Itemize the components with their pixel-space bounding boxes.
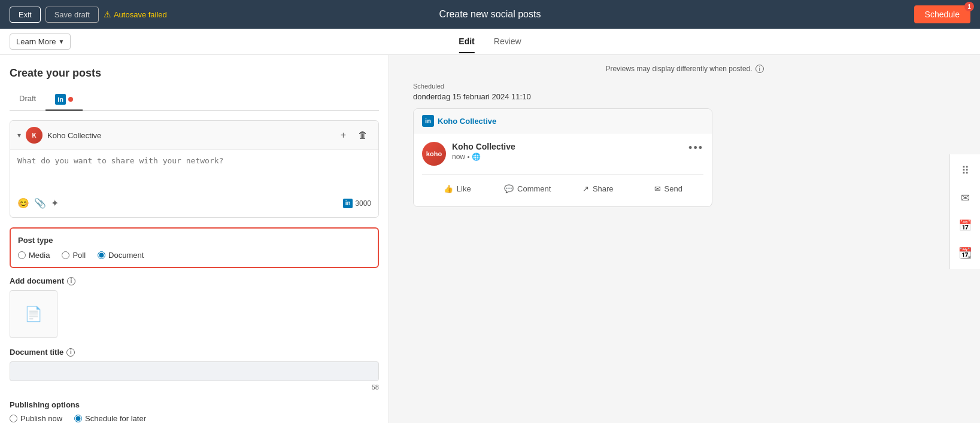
char-count-value: 3000 bbox=[355, 199, 371, 208]
emoji-icon[interactable]: 😊 bbox=[17, 197, 29, 209]
globe-icon: 🌐 bbox=[472, 153, 481, 161]
tab-edit[interactable]: Edit bbox=[459, 31, 474, 53]
preview-linkedin-icon: in bbox=[422, 115, 434, 127]
add-document-info-icon[interactable]: i bbox=[67, 277, 75, 285]
account-name: Koho Collective bbox=[47, 131, 101, 140]
sidebar-table-icon[interactable]: 📆 bbox=[956, 244, 974, 262]
preview-actions: 👍 Like 💬 Comment ↗ Share ✉ Send bbox=[422, 174, 703, 198]
nav-right: Schedule 1 bbox=[914, 5, 970, 23]
post-type-document[interactable]: Document bbox=[98, 251, 144, 260]
post-textarea[interactable] bbox=[17, 156, 371, 192]
add-document-label: Add document i bbox=[10, 276, 379, 285]
comment-button[interactable]: 💬 Comment bbox=[493, 179, 563, 198]
delete-account-button[interactable]: 🗑 bbox=[354, 129, 371, 142]
account-header-left: ▾ K Koho Collective bbox=[17, 127, 101, 144]
secondary-nav: Learn More ▼ Edit Review bbox=[0, 29, 980, 55]
preview-dot bbox=[468, 156, 469, 158]
preview-avatar: koho bbox=[422, 142, 446, 166]
account-avatar: K bbox=[26, 127, 43, 144]
share-icon: ↗ bbox=[582, 184, 589, 193]
right-sidebar: ⠿ ✉ 📅 📆 bbox=[949, 154, 980, 269]
comment-icon: 💬 bbox=[504, 184, 514, 193]
doc-title-char-count: 58 bbox=[10, 384, 379, 391]
autosave-text: Autosave failed bbox=[114, 10, 167, 19]
linkedin-red-dot bbox=[68, 97, 73, 102]
like-button[interactable]: 👍 Like bbox=[422, 179, 493, 198]
tab-linkedin[interactable]: in bbox=[45, 89, 83, 111]
left-panel: Create your posts Draft in ▾ K Koho Coll… bbox=[0, 55, 389, 423]
attachment-icon[interactable]: 📎 bbox=[34, 197, 46, 209]
preview-profile-row: koho Koho Collective now 🌐 ••• bbox=[422, 142, 703, 166]
post-type-options: Media Poll Document bbox=[18, 251, 371, 260]
schedule-button[interactable]: Schedule 1 bbox=[914, 5, 970, 23]
scheduled-label: Scheduled bbox=[413, 83, 956, 90]
tab-group: Edit Review bbox=[459, 31, 521, 53]
save-draft-button[interactable]: Save draft bbox=[45, 7, 99, 23]
toolbar-icons: 😊 📎 ✦ bbox=[17, 197, 59, 209]
preview-meta: now 🌐 bbox=[452, 153, 515, 161]
autosave-status: ⚠ Autosave failed bbox=[104, 10, 167, 19]
send-icon: ✉ bbox=[654, 184, 661, 193]
preview-card-body: koho Koho Collective now 🌐 ••• bbox=[414, 133, 712, 206]
share-button[interactable]: ↗ Share bbox=[563, 179, 633, 198]
publishing-options: Publish now Schedule for later bbox=[10, 414, 379, 423]
tab-review[interactable]: Review bbox=[494, 31, 521, 53]
publish-now-option[interactable]: Publish now bbox=[10, 414, 62, 423]
nav-left: Exit Save draft ⚠ Autosave failed bbox=[10, 7, 167, 23]
textarea-toolbar: 😊 📎 ✦ in 3000 bbox=[17, 194, 371, 211]
text-area-wrapper: 😊 📎 ✦ in 3000 bbox=[10, 150, 378, 217]
chevron-icon[interactable]: ▾ bbox=[17, 131, 21, 139]
more-options-icon[interactable]: ••• bbox=[688, 142, 703, 154]
document-upload-area[interactable]: 📄 bbox=[10, 290, 57, 338]
tab-draft[interactable]: Draft bbox=[10, 89, 45, 111]
create-posts-title: Create your posts bbox=[10, 67, 379, 80]
add-account-button[interactable]: + bbox=[337, 129, 350, 142]
chevron-down-icon: ▼ bbox=[58, 38, 64, 45]
doc-title-label: Document title i bbox=[10, 348, 379, 357]
top-navbar: Exit Save draft ⚠ Autosave failed Create… bbox=[0, 0, 980, 29]
sidebar-email-icon[interactable]: ✉ bbox=[956, 189, 974, 207]
learn-more-button[interactable]: Learn More ▼ bbox=[10, 34, 71, 50]
preview-profile-name: Koho Collective bbox=[452, 142, 515, 151]
char-count-li-icon: in bbox=[343, 199, 353, 208]
preview-card: in Koho Collective koho Koho Collective … bbox=[413, 108, 712, 207]
notification-badge: 1 bbox=[964, 2, 974, 11]
sidebar-grid-icon[interactable]: ⠿ bbox=[956, 162, 974, 179]
post-type-section: Post type Media Poll Document bbox=[10, 227, 379, 268]
scheduled-date: donderdag 15 februari 2024 11:10 bbox=[413, 92, 956, 101]
right-panel: Previews may display differently when po… bbox=[389, 55, 980, 423]
doc-title-info-icon[interactable]: i bbox=[66, 348, 75, 357]
publishing-section: Publishing options Publish now Schedule … bbox=[10, 400, 379, 423]
preview-card-header: in Koho Collective bbox=[414, 109, 712, 133]
main-layout: Create your posts Draft in ▾ K Koho Coll… bbox=[0, 55, 980, 423]
ai-icon[interactable]: ✦ bbox=[51, 197, 59, 209]
char-count: in 3000 bbox=[343, 199, 371, 208]
exit-button[interactable]: Exit bbox=[10, 7, 41, 23]
publishing-label: Publishing options bbox=[10, 400, 379, 409]
linkedin-icon: in bbox=[55, 94, 66, 105]
account-actions: + 🗑 bbox=[337, 129, 371, 142]
schedule-later-option[interactable]: Schedule for later bbox=[74, 414, 146, 423]
warning-icon: ⚠ bbox=[104, 10, 111, 19]
post-type-media[interactable]: Media bbox=[18, 251, 50, 260]
account-header: ▾ K Koho Collective + 🗑 bbox=[10, 121, 378, 150]
post-tabs: Draft in bbox=[10, 89, 379, 111]
doc-title-input[interactable] bbox=[10, 361, 379, 381]
account-section: ▾ K Koho Collective + 🗑 😊 📎 bbox=[10, 120, 379, 218]
preview-profile-info: Koho Collective now 🌐 bbox=[452, 142, 515, 161]
send-button[interactable]: ✉ Send bbox=[633, 179, 704, 198]
document-icon: 📄 bbox=[25, 306, 43, 322]
preview-company-name: Koho Collective bbox=[438, 117, 496, 126]
post-type-poll[interactable]: Poll bbox=[62, 251, 86, 260]
post-type-label: Post type bbox=[18, 236, 371, 245]
page-title: Create new social posts bbox=[439, 9, 541, 20]
preview-info-icon[interactable]: i bbox=[756, 65, 764, 73]
preview-notice: Previews may display differently when po… bbox=[413, 65, 956, 73]
like-icon: 👍 bbox=[444, 184, 453, 193]
sidebar-calendar-icon[interactable]: 📅 bbox=[956, 217, 974, 235]
preview-profile-left: koho Koho Collective now 🌐 bbox=[422, 142, 515, 166]
